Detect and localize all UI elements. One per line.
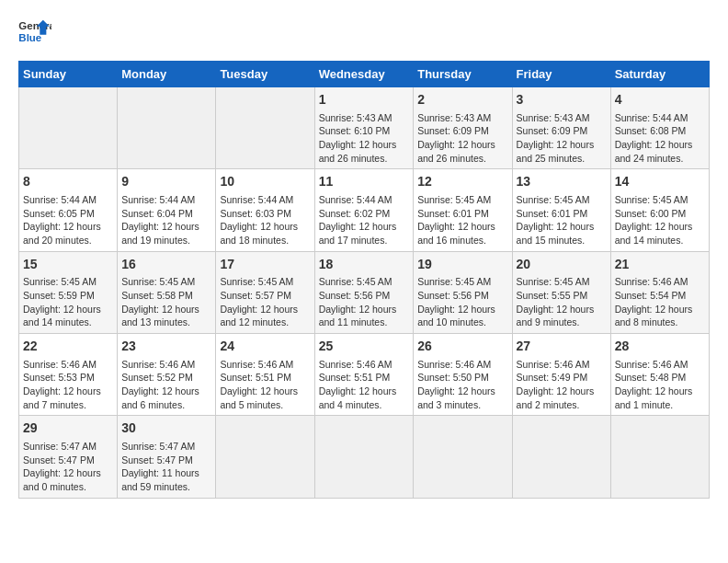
calendar-cell — [512, 416, 610, 498]
logo-icon: General Blue — [18, 18, 51, 46]
weekday-header-wednesday: Wednesday — [314, 62, 414, 87]
day-number: 9 — [121, 173, 211, 191]
weekday-header-friday: Friday — [512, 62, 610, 87]
day-info: Sunrise: 5:43 AMSunset: 6:09 PMDaylight:… — [517, 111, 607, 166]
day-info: Sunrise: 5:47 AMSunset: 5:47 PMDaylight:… — [121, 440, 211, 494]
calendar-week-2: 15Sunrise: 5:45 AMSunset: 5:59 PMDayligh… — [19, 251, 710, 333]
day-info: Sunrise: 5:46 AMSunset: 5:50 PMDaylight:… — [417, 358, 507, 412]
day-info: Sunrise: 5:45 AMSunset: 5:56 PMDaylight:… — [417, 275, 507, 329]
day-info: Sunrise: 5:45 AMSunset: 5:59 PMDaylight:… — [23, 275, 113, 329]
day-number: 16 — [121, 256, 211, 274]
calendar-week-4: 29Sunrise: 5:47 AMSunset: 5:47 PMDayligh… — [19, 416, 710, 498]
day-info: Sunrise: 5:43 AMSunset: 6:10 PMDaylight:… — [319, 111, 410, 166]
day-info: Sunrise: 5:44 AMSunset: 6:05 PMDaylight:… — [23, 193, 113, 247]
day-info: Sunrise: 5:45 AMSunset: 5:56 PMDaylight:… — [319, 275, 410, 329]
calendar-body: 1Sunrise: 5:43 AMSunset: 6:10 PMDaylight… — [19, 87, 710, 499]
day-info: Sunrise: 5:44 AMSunset: 6:03 PMDaylight:… — [220, 193, 310, 247]
day-info: Sunrise: 5:46 AMSunset: 5:51 PMDaylight:… — [220, 358, 310, 412]
day-number: 2 — [417, 91, 507, 109]
day-number: 27 — [517, 338, 607, 356]
weekday-header-monday: Monday — [118, 62, 216, 87]
calendar-cell: 19Sunrise: 5:45 AMSunset: 5:56 PMDayligh… — [414, 251, 512, 333]
calendar-cell — [19, 87, 118, 169]
day-info: Sunrise: 5:46 AMSunset: 5:48 PMDaylight:… — [615, 358, 705, 412]
calendar-cell: 11Sunrise: 5:44 AMSunset: 6:02 PMDayligh… — [314, 169, 414, 251]
calendar-week-1: 8Sunrise: 5:44 AMSunset: 6:05 PMDaylight… — [19, 169, 710, 251]
calendar-cell — [216, 416, 314, 498]
weekday-header-tuesday: Tuesday — [216, 62, 314, 87]
day-info: Sunrise: 5:47 AMSunset: 5:47 PMDaylight:… — [23, 440, 113, 494]
day-number: 13 — [517, 173, 607, 191]
logo: General Blue — [18, 18, 51, 46]
calendar-cell — [414, 416, 512, 498]
calendar-cell: 1Sunrise: 5:43 AMSunset: 6:10 PMDaylight… — [314, 87, 414, 169]
day-info: Sunrise: 5:46 AMSunset: 5:53 PMDaylight:… — [23, 358, 113, 412]
weekday-header-thursday: Thursday — [414, 62, 512, 87]
day-number: 14 — [615, 173, 705, 191]
day-info: Sunrise: 5:45 AMSunset: 5:57 PMDaylight:… — [220, 275, 310, 329]
day-number: 21 — [615, 256, 705, 274]
day-number: 12 — [417, 173, 507, 191]
header: General Blue — [18, 18, 710, 46]
calendar-cell: 29Sunrise: 5:47 AMSunset: 5:47 PMDayligh… — [19, 416, 118, 498]
day-number: 22 — [23, 338, 113, 356]
calendar-cell: 22Sunrise: 5:46 AMSunset: 5:53 PMDayligh… — [19, 334, 118, 416]
day-info: Sunrise: 5:46 AMSunset: 5:49 PMDaylight:… — [517, 358, 607, 412]
day-info: Sunrise: 5:45 AMSunset: 6:01 PMDaylight:… — [517, 193, 607, 247]
weekday-header-sunday: Sunday — [19, 62, 118, 87]
day-number: 19 — [417, 256, 507, 274]
calendar-cell: 28Sunrise: 5:46 AMSunset: 5:48 PMDayligh… — [610, 334, 709, 416]
calendar-week-0: 1Sunrise: 5:43 AMSunset: 6:10 PMDaylight… — [19, 87, 710, 169]
calendar-cell: 23Sunrise: 5:46 AMSunset: 5:52 PMDayligh… — [118, 334, 216, 416]
calendar-cell: 8Sunrise: 5:44 AMSunset: 6:05 PMDaylight… — [19, 169, 118, 251]
calendar-week-3: 22Sunrise: 5:46 AMSunset: 5:53 PMDayligh… — [19, 334, 710, 416]
day-info: Sunrise: 5:46 AMSunset: 5:52 PMDaylight:… — [121, 358, 211, 412]
calendar-cell: 14Sunrise: 5:45 AMSunset: 6:00 PMDayligh… — [610, 169, 709, 251]
calendar-cell: 3Sunrise: 5:43 AMSunset: 6:09 PMDaylight… — [512, 87, 610, 169]
day-info: Sunrise: 5:44 AMSunset: 6:02 PMDaylight:… — [319, 193, 410, 247]
day-number: 28 — [615, 338, 705, 356]
calendar-cell: 27Sunrise: 5:46 AMSunset: 5:49 PMDayligh… — [512, 334, 610, 416]
day-number: 8 — [23, 173, 113, 191]
calendar-cell: 30Sunrise: 5:47 AMSunset: 5:47 PMDayligh… — [118, 416, 216, 498]
day-number: 26 — [417, 338, 507, 356]
calendar-cell: 15Sunrise: 5:45 AMSunset: 5:59 PMDayligh… — [19, 251, 118, 333]
calendar-cell: 10Sunrise: 5:44 AMSunset: 6:03 PMDayligh… — [216, 169, 314, 251]
calendar-cell — [216, 87, 314, 169]
day-number: 29 — [23, 419, 113, 438]
day-info: Sunrise: 5:45 AMSunset: 5:58 PMDaylight:… — [121, 275, 211, 329]
calendar-cell: 2Sunrise: 5:43 AMSunset: 6:09 PMDaylight… — [414, 87, 512, 169]
calendar-cell: 18Sunrise: 5:45 AMSunset: 5:56 PMDayligh… — [314, 251, 414, 333]
calendar-cell: 12Sunrise: 5:45 AMSunset: 6:01 PMDayligh… — [414, 169, 512, 251]
day-number: 20 — [517, 256, 607, 274]
calendar-cell: 26Sunrise: 5:46 AMSunset: 5:50 PMDayligh… — [414, 334, 512, 416]
weekday-header-row: SundayMondayTuesdayWednesdayThursdayFrid… — [19, 62, 710, 87]
day-number: 11 — [319, 173, 410, 191]
day-number: 30 — [121, 419, 211, 438]
day-number: 10 — [220, 173, 310, 191]
day-number: 18 — [319, 256, 410, 274]
day-number: 1 — [319, 91, 410, 109]
day-info: Sunrise: 5:46 AMSunset: 5:54 PMDaylight:… — [615, 275, 705, 329]
calendar-cell: 21Sunrise: 5:46 AMSunset: 5:54 PMDayligh… — [610, 251, 709, 333]
day-info: Sunrise: 5:45 AMSunset: 6:00 PMDaylight:… — [615, 193, 705, 247]
weekday-header-saturday: Saturday — [610, 62, 709, 87]
day-number: 24 — [220, 338, 310, 356]
day-info: Sunrise: 5:43 AMSunset: 6:09 PMDaylight:… — [417, 111, 507, 166]
calendar-cell: 16Sunrise: 5:45 AMSunset: 5:58 PMDayligh… — [118, 251, 216, 333]
calendar-cell — [314, 416, 414, 498]
day-info: Sunrise: 5:45 AMSunset: 5:55 PMDaylight:… — [517, 275, 607, 329]
day-number: 17 — [220, 256, 310, 274]
day-number: 25 — [319, 338, 410, 356]
day-number: 4 — [615, 91, 705, 109]
calendar-cell: 4Sunrise: 5:44 AMSunset: 6:08 PMDaylight… — [610, 87, 709, 169]
calendar-cell — [118, 87, 216, 169]
calendar-cell: 25Sunrise: 5:46 AMSunset: 5:51 PMDayligh… — [314, 334, 414, 416]
day-number: 3 — [517, 91, 607, 109]
calendar-cell: 24Sunrise: 5:46 AMSunset: 5:51 PMDayligh… — [216, 334, 314, 416]
calendar-cell: 9Sunrise: 5:44 AMSunset: 6:04 PMDaylight… — [118, 169, 216, 251]
day-number: 15 — [23, 256, 113, 274]
day-info: Sunrise: 5:44 AMSunset: 6:04 PMDaylight:… — [121, 193, 211, 247]
calendar-table: SundayMondayTuesdayWednesdayThursdayFrid… — [18, 61, 710, 499]
calendar-cell: 20Sunrise: 5:45 AMSunset: 5:55 PMDayligh… — [512, 251, 610, 333]
